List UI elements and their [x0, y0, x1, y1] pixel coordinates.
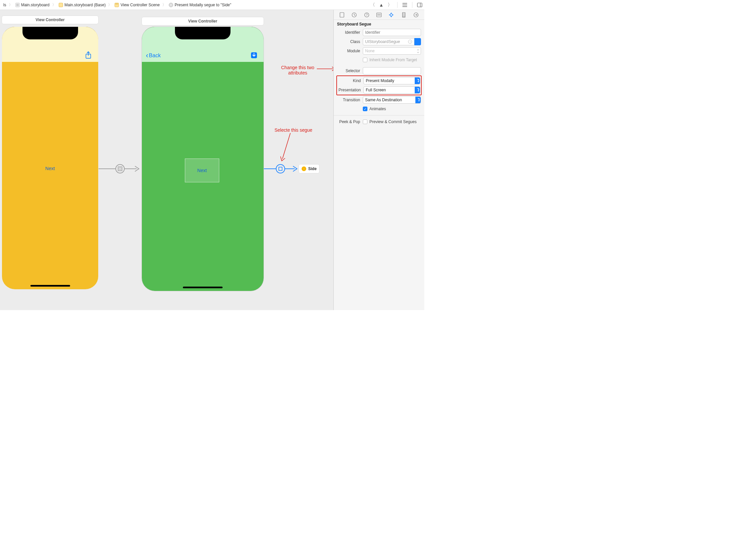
crumb-scene[interactable]: View Controller Scene [113, 2, 161, 8]
chevron-left-icon: ‹ [146, 53, 148, 58]
warning-icon[interactable]: ▲ [379, 2, 384, 8]
peekpop-label: Preview & Commit Segues [369, 119, 417, 124]
next-label: Next [197, 168, 207, 173]
label-kind: Kind [338, 78, 364, 83]
class-dropdown-button[interactable]: ▴▾ [415, 38, 421, 45]
svg-point-5 [169, 3, 173, 7]
inspector-panel: ? Storyboard Segue Identifier Class UISt… [333, 10, 424, 310]
anno-line: attributes [281, 70, 314, 75]
row-module: Module None ▴▾ [334, 46, 424, 56]
presentation-select[interactable]: Full Screen ▴▾ [364, 87, 420, 94]
annotation-change-attrs: Change this two attributes [281, 65, 314, 75]
connections-inspector-tab[interactable] [413, 12, 419, 18]
identifier-input[interactable] [363, 29, 421, 36]
peekpop-checkbox[interactable] [363, 119, 367, 124]
download-icon[interactable] [250, 52, 257, 59]
crumb-main-storyboard[interactable]: Main.storyboard [14, 2, 51, 8]
svg-line-22 [282, 133, 290, 159]
row-peekpop: Peek & Pop Preview & Commit Segues [334, 117, 424, 126]
segue-icon [169, 3, 173, 7]
segue-arrow-1[interactable] [99, 162, 141, 175]
phone-body-1: Next [2, 27, 98, 289]
phone-frame-1[interactable]: Next [2, 26, 99, 290]
label-transition: Transition [337, 98, 363, 102]
module-combo[interactable]: None ▴▾ [363, 47, 421, 55]
next-button-2[interactable]: Next [185, 159, 219, 182]
row-kind: Kind Present Modally ▴▾ [337, 76, 421, 86]
crumb-ls[interactable]: ls [2, 2, 8, 8]
scene-1-titlebar[interactable]: View Controller [2, 15, 99, 24]
top-toolbar: ls 〉 Main.storyboard 〉 Main.storyboard (… [0, 0, 424, 10]
label-selector: Selector [337, 68, 363, 73]
selector-input[interactable] [363, 67, 421, 74]
nav-forward-icon[interactable]: 〉 [387, 2, 392, 8]
next-button-1[interactable]: Next [45, 166, 55, 171]
label-class: Class [337, 39, 363, 44]
label-presentation: Presentation [338, 88, 364, 92]
animates-checkbox[interactable]: ✓ [363, 107, 367, 111]
svg-rect-27 [377, 13, 381, 17]
annotation-select-segue: Selecte this segue [274, 127, 312, 133]
section-title: Storyboard Segue [334, 20, 424, 28]
class-jump-icon[interactable]: → [408, 40, 412, 44]
scene-title-label: View Controller [188, 19, 217, 23]
scene-icon [114, 3, 119, 7]
inherit-label: Inherit Module From Target [369, 58, 417, 62]
back-label: Back [149, 53, 161, 59]
crumb-segue[interactable]: Present Modally segue to "Side" [167, 2, 233, 8]
crumb-label: Main.storyboard [21, 3, 50, 7]
inherit-checkbox[interactable] [363, 58, 367, 62]
storyboard-file-icon [15, 3, 20, 7]
chevron-icon: 〉 [162, 2, 167, 7]
panel-toggle-icon[interactable] [417, 2, 422, 8]
kind-select[interactable]: Present Modally ▴▾ [364, 77, 420, 85]
svg-text:?: ? [366, 13, 368, 17]
phone-frame-2[interactable]: ‹ Back Next [141, 26, 264, 291]
transition-select[interactable]: Same As Destination ▴▾ [363, 96, 421, 104]
row-inherit: Inherit Module From Target [334, 56, 424, 64]
history-inspector-tab[interactable] [351, 12, 357, 18]
divider [412, 2, 413, 8]
side-scene-chip[interactable]: ◦ Side [299, 164, 319, 173]
animates-label: Animates [369, 107, 386, 111]
identity-inspector-tab[interactable] [376, 12, 382, 18]
module-value: None [365, 49, 375, 53]
file-inspector-tab[interactable] [339, 12, 345, 18]
highlighted-attributes-group: Kind Present Modally ▴▾ Presentation Ful… [336, 75, 422, 95]
share-icon[interactable] [85, 52, 91, 59]
scene-dot-icon: ◦ [302, 166, 306, 171]
inspector-tabs: ? [334, 10, 424, 20]
help-inspector-tab[interactable]: ? [364, 12, 370, 18]
crumb-label: View Controller Scene [120, 3, 160, 7]
toolbar-right-icons: 〈 ▲ 〉 [370, 2, 422, 8]
class-combo[interactable]: UIStoryboardSegue → [363, 38, 415, 45]
chevron-down-icon: ▴▾ [417, 48, 419, 54]
chevron-icon: 〉 [8, 2, 13, 7]
attributes-inspector-tab[interactable] [388, 12, 394, 18]
annotation-arrow-1 [317, 65, 333, 72]
scene-2-titlebar[interactable]: View Controller [141, 17, 264, 25]
back-button[interactable]: ‹ Back [146, 53, 161, 59]
crumb-main-storyboard-base[interactable]: Main.storyboard (Base) [57, 2, 107, 8]
crumb-label: Present Modally segue to "Side" [175, 3, 231, 7]
svg-rect-23 [340, 13, 344, 17]
row-class: Class UIStoryboardSegue → ▴▾ [334, 37, 424, 46]
size-inspector-tab[interactable] [401, 12, 407, 18]
row-animates: ✓ Animates [334, 105, 424, 113]
storyboard-base-icon [59, 3, 63, 7]
notch-icon [22, 27, 78, 39]
outline-toggle-icon[interactable] [402, 2, 407, 8]
svg-rect-4 [115, 4, 118, 4]
storyboard-canvas[interactable]: View Controller Next View Contr [0, 10, 333, 310]
nav-back-icon[interactable]: 〈 [370, 2, 375, 8]
notch-icon [175, 27, 231, 39]
phone-body-2: ‹ Back Next [142, 27, 264, 291]
anno-line: Change this two [281, 65, 314, 70]
row-presentation: Presentation Full Screen ▴▾ [337, 86, 421, 95]
kind-value: Present Modally [366, 78, 394, 83]
segue-arrow-selected[interactable] [264, 162, 299, 175]
transition-value: Same As Destination [365, 98, 402, 102]
svg-rect-1 [16, 4, 19, 6]
label-peekpop: Peek & Pop [337, 119, 363, 124]
breadcrumb: ls 〉 Main.storyboard 〉 Main.storyboard (… [2, 2, 370, 8]
